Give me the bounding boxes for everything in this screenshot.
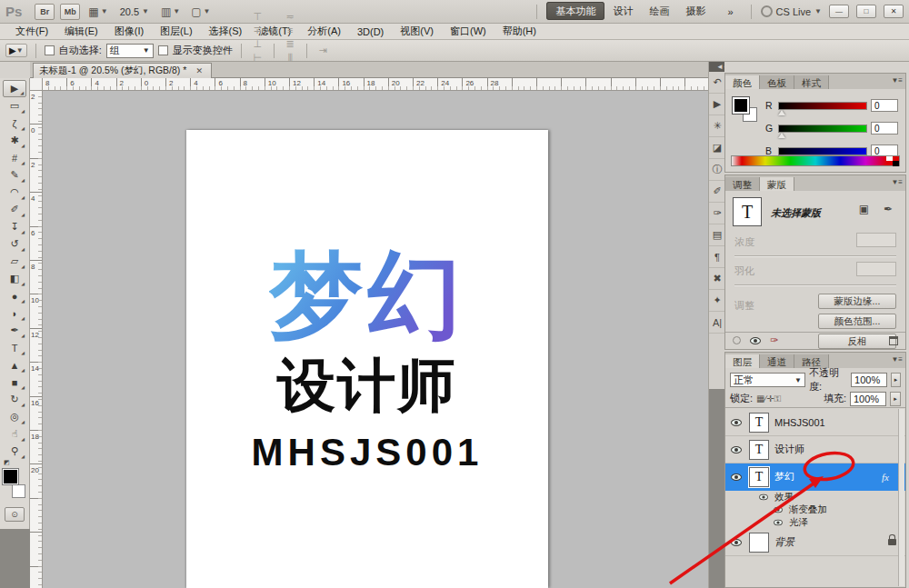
arrange-documents-button[interactable]: ▥▼	[158, 5, 183, 19]
workspace-button[interactable]: 摄影	[677, 3, 714, 19]
tab-layers[interactable]: 图层	[725, 354, 760, 368]
opacity-value[interactable]: 100%	[851, 373, 887, 387]
tab-channels[interactable]: 通道	[760, 354, 794, 368]
rectangle-tool[interactable]: ■◢	[3, 374, 26, 391]
background-color-swatch[interactable]	[12, 484, 25, 498]
lasso-tool[interactable]: ζ◢	[3, 115, 26, 132]
ruler-corner[interactable]	[30, 78, 43, 91]
pen-tool[interactable]: ✒◢	[3, 322, 26, 339]
menu-item-i[interactable]: 图像(I)	[106, 25, 152, 38]
zoom-tool[interactable]: ⚲◢	[3, 443, 26, 460]
tool-presets-panel-icon[interactable]: ✐	[709, 181, 725, 203]
hand-tool[interactable]: ☝◢	[3, 425, 26, 443]
healing-brush-tool[interactable]: ◠◢	[3, 184, 26, 201]
effect-name[interactable]: 光泽	[789, 516, 808, 529]
move-tool-preset[interactable]: ▶▼	[5, 44, 27, 57]
channel-value[interactable]: 0	[871, 122, 898, 135]
eye-icon[interactable]	[731, 473, 742, 481]
tab-masks[interactable]: 蒙版	[760, 177, 794, 191]
effect-name[interactable]: 渐变叠加	[789, 503, 827, 516]
tab-adjustments[interactable]: 调整	[725, 177, 760, 191]
3d-orbit-tool[interactable]: ◎◢	[3, 408, 26, 425]
blur-tool[interactable]: ●◢	[3, 287, 26, 304]
apply-mask-icon[interactable]	[750, 337, 761, 344]
document-tab[interactable]: 未标题-1 @ 20.5% (梦幻, RGB/8) * ✕	[33, 63, 212, 78]
layer-name[interactable]: 背景	[774, 535, 794, 549]
align-top-edges-icon[interactable]: ⊤	[250, 10, 265, 24]
menu-item-w[interactable]: 窗口(W)	[442, 25, 494, 38]
distribute-top-edges-icon[interactable]: ≂	[283, 10, 298, 24]
color-spectrum-ramp[interactable]	[731, 155, 900, 166]
blend-mode-select[interactable]: 正常▼	[730, 373, 805, 387]
opacity-spinner[interactable]: ▸	[891, 373, 901, 387]
lock-icon-3[interactable]: ⚿	[774, 394, 782, 404]
layers-scrollbar[interactable]	[898, 409, 904, 586]
history-panel-icon[interactable]: ↶	[709, 72, 725, 94]
actions-panel-icon[interactable]: ▶	[709, 94, 725, 115]
brush-tool[interactable]: ✐◢	[3, 201, 26, 218]
effect-name[interactable]: 效果	[774, 491, 794, 503]
add-pixel-mask-icon[interactable]: ▣	[859, 203, 869, 215]
lock-icon-0[interactable]: ▦	[756, 394, 764, 404]
foreground-color-swatch[interactable]	[733, 97, 749, 114]
disable-mask-icon[interactable]: ✑	[770, 334, 778, 346]
workspace-overflow-button[interactable]: »	[719, 4, 741, 20]
channel-value[interactable]: 0	[871, 99, 898, 112]
document-canvas[interactable]: 梦幻 设计师 MHSJS001	[186, 130, 548, 588]
eyedropper-tool[interactable]: ✎◢	[3, 166, 26, 184]
mask-edge-button[interactable]: 蒙版边缘...	[818, 294, 896, 309]
channel-slider[interactable]	[778, 102, 867, 110]
eye-icon[interactable]	[731, 446, 742, 453]
notes-panel-icon[interactable]: ✦	[709, 290, 725, 312]
quick-mask-button[interactable]: ⊙	[5, 507, 25, 522]
menu-item-s[interactable]: 选择(S)	[201, 25, 251, 38]
slider-thumb-icon[interactable]	[778, 110, 785, 115]
channel-slider[interactable]	[778, 147, 867, 155]
white-swatch[interactable]	[886, 156, 893, 161]
show-transform-controls-checkbox[interactable]	[158, 45, 168, 55]
bridge-button[interactable]: Br	[35, 4, 55, 20]
gradient-tool[interactable]: ◧◢	[3, 270, 26, 287]
character-panel-icon[interactable]: A|	[709, 312, 725, 334]
load-selection-icon[interactable]	[733, 336, 741, 344]
layer-effect-row[interactable]: 效果	[725, 491, 905, 503]
view-extras-button[interactable]: ▦▼	[85, 5, 110, 19]
dodge-tool[interactable]: ◗◢	[3, 304, 26, 322]
layer-effect-row[interactable]: 光泽	[725, 516, 905, 529]
tab-color[interactable]: 颜色	[725, 75, 760, 89]
menu-item-f[interactable]: 文件(F)	[7, 25, 56, 38]
layer-row[interactable]: T梦幻fx▾	[725, 463, 905, 491]
eye-icon[interactable]	[731, 419, 742, 426]
menu-item-h[interactable]: 帮助(H)	[494, 25, 544, 38]
layer-fx-badge[interactable]: fx	[882, 472, 889, 483]
slider-thumb-icon[interactable]	[778, 133, 785, 138]
zoom-level-combo[interactable]: 20.5▼	[116, 6, 153, 17]
horizontal-ruler[interactable]: 86420246810121416182022242628	[43, 78, 708, 91]
layer-thumbnail[interactable]	[749, 533, 769, 553]
layer-name[interactable]: 梦幻	[774, 470, 794, 483]
panel-menu-icon[interactable]: ▼≡	[891, 76, 903, 85]
workspace-button[interactable]: 基本功能	[546, 2, 604, 20]
density-slider[interactable]	[734, 255, 896, 256]
layer-thumbnail[interactable]: T	[749, 467, 769, 487]
canvas-viewport[interactable]: 梦幻 设计师 MHSJS001	[43, 91, 708, 588]
menu-item-a[interactable]: 分析(A)	[299, 25, 349, 38]
lock-icon-2[interactable]: ✛	[766, 394, 774, 404]
vertical-ruler[interactable]: 202468101214161820	[30, 91, 43, 588]
foreground-color-swatch[interactable]	[3, 469, 18, 484]
screen-mode-button[interactable]: ▢▼	[188, 5, 213, 19]
color-range-button[interactable]: 颜色范围...	[818, 314, 896, 329]
distribute-bottom-edges-icon[interactable]: ≣	[283, 37, 298, 51]
eye-icon[interactable]	[759, 494, 768, 500]
visibility-cell[interactable]	[729, 446, 744, 453]
auto-select-checkbox[interactable]	[45, 45, 55, 55]
layer-thumbnail[interactable]: T	[749, 440, 769, 460]
panel-menu-icon[interactable]: ▼≡	[891, 178, 903, 186]
black-swatch[interactable]	[893, 161, 899, 166]
menu-item-v[interactable]: 视图(V)	[392, 25, 442, 38]
channel-slider[interactable]	[778, 125, 867, 133]
menu-item-e[interactable]: 编辑(E)	[56, 25, 106, 38]
layer-row[interactable]: T设计师	[725, 436, 905, 463]
move-tool[interactable]: ▶◢	[3, 80, 26, 97]
history-brush-tool[interactable]: ↺◢	[3, 235, 26, 253]
